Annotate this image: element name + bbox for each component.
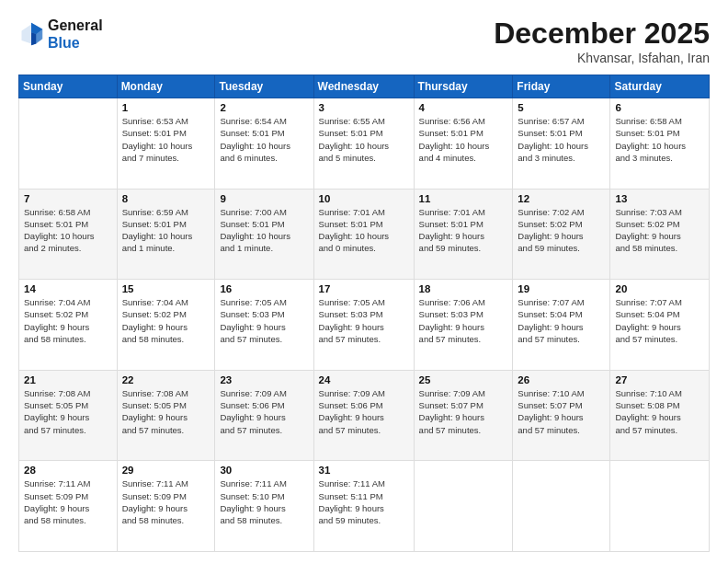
day-number: 20 bbox=[615, 283, 704, 294]
day-number: 12 bbox=[518, 193, 605, 204]
calendar-day-cell: 29Sunrise: 7:11 AMSunset: 5:09 PMDayligh… bbox=[117, 461, 215, 552]
day-info: Sunrise: 6:58 AMSunset: 5:01 PMDaylight:… bbox=[24, 206, 112, 255]
day-number: 3 bbox=[319, 102, 409, 113]
day-info: Sunrise: 7:10 AMSunset: 5:07 PMDaylight:… bbox=[518, 387, 605, 436]
day-number: 6 bbox=[615, 102, 704, 113]
calendar-day-cell: 31Sunrise: 7:11 AMSunset: 5:11 PMDayligh… bbox=[313, 461, 414, 552]
day-info: Sunrise: 7:09 AMSunset: 5:06 PMDaylight:… bbox=[220, 387, 308, 436]
day-info: Sunrise: 6:55 AMSunset: 5:01 PMDaylight:… bbox=[319, 115, 409, 164]
calendar-day-cell: 19Sunrise: 7:07 AMSunset: 5:04 PMDayligh… bbox=[513, 280, 610, 371]
calendar-week-row: 1Sunrise: 6:53 AMSunset: 5:01 PMDaylight… bbox=[19, 98, 710, 190]
day-info: Sunrise: 6:58 AMSunset: 5:01 PMDaylight:… bbox=[615, 115, 704, 164]
day-of-week-header: Friday bbox=[513, 75, 610, 98]
day-number: 16 bbox=[220, 283, 308, 294]
day-number: 13 bbox=[615, 193, 704, 204]
calendar-day-cell: 11Sunrise: 7:01 AMSunset: 5:01 PMDayligh… bbox=[414, 189, 513, 280]
day-info: Sunrise: 7:11 AMSunset: 5:11 PMDaylight:… bbox=[319, 477, 409, 526]
day-info: Sunrise: 7:09 AMSunset: 5:07 PMDaylight:… bbox=[419, 387, 508, 436]
day-number: 4 bbox=[419, 102, 508, 113]
day-info: Sunrise: 7:03 AMSunset: 5:02 PMDaylight:… bbox=[615, 206, 704, 255]
day-info: Sunrise: 7:02 AMSunset: 5:02 PMDaylight:… bbox=[518, 206, 605, 255]
day-info: Sunrise: 7:05 AMSunset: 5:03 PMDaylight:… bbox=[220, 296, 308, 345]
day-number: 11 bbox=[419, 193, 508, 204]
day-number: 1 bbox=[122, 102, 210, 113]
day-number: 8 bbox=[122, 193, 210, 204]
day-info: Sunrise: 7:06 AMSunset: 5:03 PMDaylight:… bbox=[419, 296, 508, 345]
day-of-week-header: Tuesday bbox=[215, 75, 313, 98]
calendar-week-row: 7Sunrise: 6:58 AMSunset: 5:01 PMDaylight… bbox=[19, 189, 710, 280]
calendar-day-cell: 5Sunrise: 6:57 AMSunset: 5:01 PMDaylight… bbox=[513, 98, 610, 190]
calendar-day-cell: 22Sunrise: 7:08 AMSunset: 5:05 PMDayligh… bbox=[117, 370, 215, 461]
day-number: 9 bbox=[220, 193, 308, 204]
day-number: 27 bbox=[615, 374, 704, 385]
day-number: 2 bbox=[220, 102, 308, 113]
day-info: Sunrise: 6:56 AMSunset: 5:01 PMDaylight:… bbox=[419, 115, 508, 164]
day-info: Sunrise: 7:07 AMSunset: 5:04 PMDaylight:… bbox=[518, 296, 605, 345]
calendar-day-cell bbox=[19, 98, 118, 190]
day-info: Sunrise: 6:53 AMSunset: 5:01 PMDaylight:… bbox=[122, 115, 210, 164]
day-number: 15 bbox=[122, 283, 210, 294]
day-info: Sunrise: 7:11 AMSunset: 5:10 PMDaylight:… bbox=[220, 477, 308, 526]
calendar-day-cell: 1Sunrise: 6:53 AMSunset: 5:01 PMDaylight… bbox=[117, 98, 215, 190]
calendar-day-cell bbox=[610, 461, 710, 552]
calendar-day-cell: 9Sunrise: 7:00 AMSunset: 5:01 PMDaylight… bbox=[215, 189, 313, 280]
day-info: Sunrise: 7:08 AMSunset: 5:05 PMDaylight:… bbox=[122, 387, 210, 436]
day-info: Sunrise: 7:04 AMSunset: 5:02 PMDaylight:… bbox=[24, 296, 112, 345]
logo-text: General Blue bbox=[48, 17, 103, 52]
day-info: Sunrise: 6:57 AMSunset: 5:01 PMDaylight:… bbox=[518, 115, 605, 164]
day-number: 28 bbox=[24, 465, 112, 476]
day-number: 7 bbox=[24, 193, 112, 204]
page: General Blue December 2025 Khvansar, Isf… bbox=[0, 0, 728, 563]
calendar-day-cell: 23Sunrise: 7:09 AMSunset: 5:06 PMDayligh… bbox=[215, 370, 313, 461]
logo: General Blue bbox=[18, 17, 103, 52]
calendar-day-cell: 15Sunrise: 7:04 AMSunset: 5:02 PMDayligh… bbox=[117, 280, 215, 371]
day-info: Sunrise: 7:11 AMSunset: 5:09 PMDaylight:… bbox=[122, 477, 210, 526]
day-number: 24 bbox=[319, 374, 409, 385]
calendar-day-cell: 18Sunrise: 7:06 AMSunset: 5:03 PMDayligh… bbox=[414, 280, 513, 371]
day-number: 22 bbox=[122, 374, 210, 385]
day-number: 19 bbox=[518, 283, 605, 294]
calendar-day-cell: 25Sunrise: 7:09 AMSunset: 5:07 PMDayligh… bbox=[414, 370, 513, 461]
day-of-week-header: Wednesday bbox=[313, 75, 414, 98]
day-number: 31 bbox=[319, 465, 409, 476]
logo-icon bbox=[18, 21, 44, 47]
calendar-day-cell: 21Sunrise: 7:08 AMSunset: 5:05 PMDayligh… bbox=[19, 370, 118, 461]
calendar-day-cell: 27Sunrise: 7:10 AMSunset: 5:08 PMDayligh… bbox=[610, 370, 710, 461]
day-number: 21 bbox=[24, 374, 112, 385]
calendar-day-cell: 16Sunrise: 7:05 AMSunset: 5:03 PMDayligh… bbox=[215, 280, 313, 371]
calendar-week-row: 21Sunrise: 7:08 AMSunset: 5:05 PMDayligh… bbox=[19, 370, 710, 461]
day-info: Sunrise: 6:59 AMSunset: 5:01 PMDaylight:… bbox=[122, 206, 210, 255]
calendar-day-cell: 17Sunrise: 7:05 AMSunset: 5:03 PMDayligh… bbox=[313, 280, 414, 371]
day-info: Sunrise: 7:11 AMSunset: 5:09 PMDaylight:… bbox=[24, 477, 112, 526]
calendar-day-cell: 4Sunrise: 6:56 AMSunset: 5:01 PMDaylight… bbox=[414, 98, 513, 190]
day-info: Sunrise: 7:10 AMSunset: 5:08 PMDaylight:… bbox=[615, 387, 704, 436]
day-info: Sunrise: 7:08 AMSunset: 5:05 PMDaylight:… bbox=[24, 387, 112, 436]
day-info: Sunrise: 6:54 AMSunset: 5:01 PMDaylight:… bbox=[220, 115, 308, 164]
day-number: 30 bbox=[220, 465, 308, 476]
calendar-week-row: 28Sunrise: 7:11 AMSunset: 5:09 PMDayligh… bbox=[19, 461, 710, 552]
calendar-day-cell: 28Sunrise: 7:11 AMSunset: 5:09 PMDayligh… bbox=[19, 461, 118, 552]
day-of-week-header: Saturday bbox=[610, 75, 710, 98]
calendar-day-cell: 14Sunrise: 7:04 AMSunset: 5:02 PMDayligh… bbox=[19, 280, 118, 371]
day-info: Sunrise: 7:04 AMSunset: 5:02 PMDaylight:… bbox=[122, 296, 210, 345]
day-info: Sunrise: 7:00 AMSunset: 5:01 PMDaylight:… bbox=[220, 206, 308, 255]
calendar-day-cell: 20Sunrise: 7:07 AMSunset: 5:04 PMDayligh… bbox=[610, 280, 710, 371]
calendar-day-cell bbox=[414, 461, 513, 552]
calendar-day-cell: 24Sunrise: 7:09 AMSunset: 5:06 PMDayligh… bbox=[313, 370, 414, 461]
svg-marker-3 bbox=[31, 32, 36, 45]
calendar-table: SundayMondayTuesdayWednesdayThursdayFrid… bbox=[18, 75, 710, 552]
calendar-day-cell bbox=[513, 461, 610, 552]
day-number: 25 bbox=[419, 374, 508, 385]
calendar-day-cell: 3Sunrise: 6:55 AMSunset: 5:01 PMDaylight… bbox=[313, 98, 414, 190]
day-info: Sunrise: 7:05 AMSunset: 5:03 PMDaylight:… bbox=[319, 296, 409, 345]
day-number: 10 bbox=[319, 193, 409, 204]
day-number: 26 bbox=[518, 374, 605, 385]
day-number: 23 bbox=[220, 374, 308, 385]
title-block: December 2025 Khvansar, Isfahan, Iran bbox=[494, 17, 710, 65]
calendar-day-cell: 2Sunrise: 6:54 AMSunset: 5:01 PMDaylight… bbox=[215, 98, 313, 190]
day-number: 29 bbox=[122, 465, 210, 476]
day-info: Sunrise: 7:09 AMSunset: 5:06 PMDaylight:… bbox=[319, 387, 409, 436]
calendar-day-cell: 10Sunrise: 7:01 AMSunset: 5:01 PMDayligh… bbox=[313, 189, 414, 280]
calendar-header-row: SundayMondayTuesdayWednesdayThursdayFrid… bbox=[19, 75, 710, 98]
day-number: 17 bbox=[319, 283, 409, 294]
